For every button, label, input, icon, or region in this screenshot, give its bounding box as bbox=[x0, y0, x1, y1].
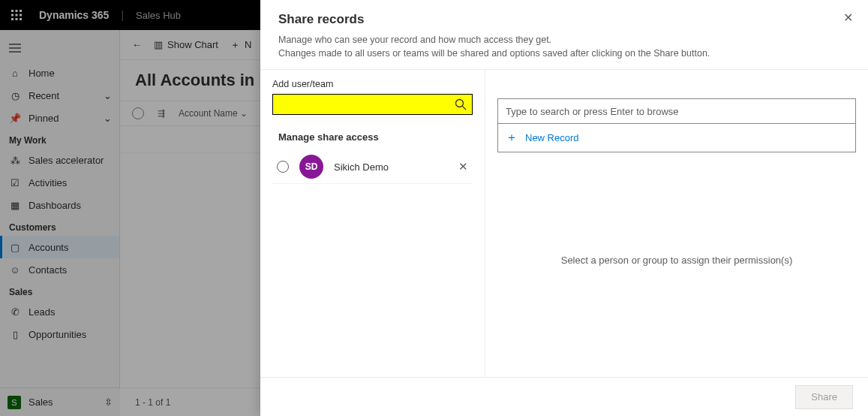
lookup-dropdown: ＋ New Record bbox=[497, 124, 856, 152]
manage-share-access-header: Manage share access bbox=[272, 131, 473, 143]
remove-share-button[interactable]: ✕ bbox=[458, 160, 468, 173]
share-button[interactable]: Share bbox=[795, 385, 853, 409]
add-user-team-label: Add user/team bbox=[272, 79, 473, 89]
new-record-label: New Record bbox=[525, 132, 579, 143]
share-right-column: ＋ New Record Select a person or group to… bbox=[485, 70, 868, 377]
svg-line-13 bbox=[463, 107, 467, 110]
close-icon: ✕ bbox=[843, 11, 853, 24]
shared-user-row[interactable]: SD Sikich Demo ✕ bbox=[272, 150, 473, 184]
lookup-field[interactable] bbox=[497, 98, 856, 124]
share-records-panel: Share records Manage who can see your re… bbox=[260, 0, 868, 416]
close-icon: ✕ bbox=[458, 160, 468, 173]
plus-icon: ＋ bbox=[506, 130, 518, 146]
search-icon[interactable] bbox=[454, 98, 467, 111]
close-button[interactable]: ✕ bbox=[843, 11, 853, 25]
permissions-placeholder: Select a person or group to assign their… bbox=[497, 152, 856, 368]
lookup-input[interactable] bbox=[506, 106, 848, 117]
panel-title: Share records bbox=[278, 12, 850, 27]
panel-header: Share records Manage who can see your re… bbox=[260, 0, 868, 70]
add-user-team-input[interactable] bbox=[273, 95, 451, 114]
new-record-option[interactable]: ＋ New Record bbox=[498, 124, 855, 152]
share-left-column: Add user/team Manage share access SD Sik… bbox=[260, 70, 485, 377]
shared-user-name: Sikich Demo bbox=[334, 161, 448, 173]
add-user-team-search[interactable] bbox=[272, 94, 473, 115]
panel-footer: Share bbox=[260, 377, 868, 416]
svg-point-12 bbox=[456, 100, 464, 107]
row-selector[interactable] bbox=[277, 161, 289, 173]
avatar: SD bbox=[299, 155, 323, 179]
panel-description: Manage who can see your record and how m… bbox=[278, 33, 850, 60]
